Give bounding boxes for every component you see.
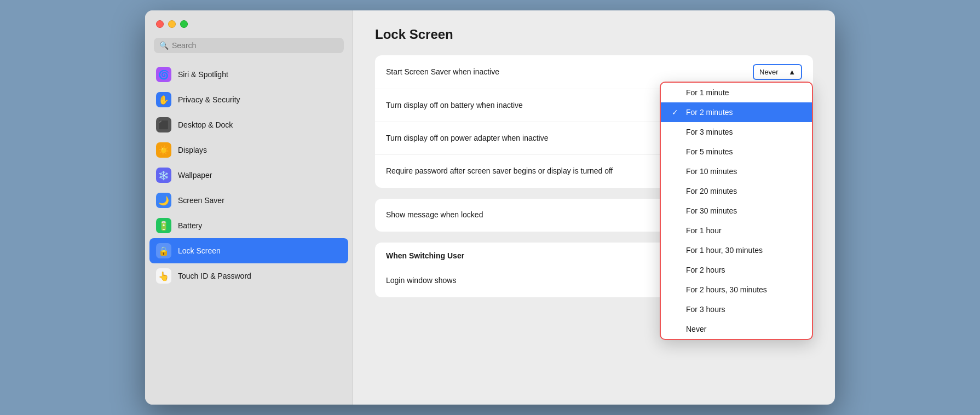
main-content: Lock Screen Start Screen Saver when inac… (353, 10, 835, 405)
sidebar-icon-privacy: ✋ (156, 92, 171, 107)
dropdown-option-never[interactable]: Never (661, 319, 812, 339)
dropdown-label-1min: For 1 minute (686, 88, 729, 97)
search-box[interactable]: 🔍 (154, 38, 344, 53)
dropdown-label-30min: For 30 minutes (686, 206, 737, 215)
sidebar-label-battery: Battery (178, 221, 202, 230)
dropdown-label-1hr30: For 1 hour, 30 minutes (686, 246, 763, 255)
sidebar-icon-displays: ☀️ (156, 142, 171, 158)
sidebar-icon-touchid: 👆 (156, 268, 171, 284)
sidebar-item-desktop[interactable]: ⬛Desktop & Dock (149, 112, 348, 137)
dropdown-label-1hr: For 1 hour (686, 226, 722, 235)
sidebar-icon-screensaver: 🌙 (156, 193, 171, 208)
sidebar-item-displays[interactable]: ☀️Displays (149, 137, 348, 163)
dropdown-menu: For 1 minute✓For 2 minutesFor 3 minutesF… (660, 82, 813, 340)
screen-saver-label: Start Screen Saver when inactive (386, 67, 753, 78)
dropdown-option-2hr[interactable]: For 2 hours (661, 260, 812, 280)
dropdown-label-20min: For 20 minutes (686, 187, 737, 195)
sidebar-icon-battery: 🔋 (156, 218, 171, 233)
sidebar-icon-wallpaper: ❄️ (156, 168, 171, 183)
sidebar-label-touchid: Touch ID & Password (178, 272, 251, 280)
login-window-label: Login window shows (386, 275, 664, 286)
sidebar-item-battery[interactable]: 🔋Battery (149, 213, 348, 238)
screen-saver-value: Never (759, 68, 779, 76)
sidebar-items: 🌀Siri & Spotlight✋Privacy & Security⬛Des… (145, 62, 353, 405)
screen-saver-control: Never ▲ (753, 64, 802, 80)
dropdown-label-2hr: For 2 hours (686, 266, 725, 274)
dropdown-option-30min[interactable]: For 30 minutes (661, 201, 812, 221)
dropdown-option-1min[interactable]: For 1 minute (661, 83, 812, 102)
dropdown-label-10min: For 10 minutes (686, 167, 737, 176)
sidebar-item-siri[interactable]: 🌀Siri & Spotlight (149, 62, 348, 87)
sidebar-label-desktop: Desktop & Dock (178, 120, 233, 129)
dropdown-option-1hr[interactable]: For 1 hour (661, 221, 812, 240)
dropdown-option-10min[interactable]: For 10 minutes (661, 162, 812, 181)
dropdown-label-3hr: For 3 hours (686, 305, 725, 314)
chevron-up-icon: ▲ (788, 68, 795, 76)
search-icon: 🔍 (159, 41, 169, 50)
sidebar-label-siri: Siri & Spotlight (178, 70, 228, 79)
dropdown-option-3min[interactable]: For 3 minutes (661, 122, 812, 142)
dropdown-label-never: Never (686, 325, 706, 333)
dropdown-option-20min[interactable]: For 20 minutes (661, 181, 812, 201)
search-input[interactable] (172, 41, 338, 50)
sidebar-item-wallpaper[interactable]: ❄️Wallpaper (149, 163, 348, 188)
sidebar-label-privacy: Privacy & Security (178, 95, 240, 104)
minimize-button[interactable] (168, 20, 176, 28)
sidebar-label-lockscreen: Lock Screen (178, 246, 221, 255)
dropdown-option-5min[interactable]: For 5 minutes (661, 142, 812, 162)
screen-saver-dropdown[interactable]: Never ▲ (753, 64, 802, 80)
maximize-button[interactable] (180, 20, 188, 28)
sidebar-label-wallpaper: Wallpaper (178, 171, 212, 180)
sidebar-item-screensaver[interactable]: 🌙Screen Saver (149, 188, 348, 213)
dropdown-option-2hr30[interactable]: For 2 hours, 30 minutes (661, 280, 812, 299)
sidebar-item-touchid[interactable]: 👆Touch ID & Password (149, 263, 348, 289)
dropdown-label-2min: For 2 minutes (686, 108, 733, 117)
sidebar-label-screensaver: Screen Saver (178, 196, 224, 205)
sidebar-icon-lockscreen: 🔒 (156, 243, 171, 258)
sidebar-label-displays: Displays (178, 146, 207, 154)
dropdown-label-2hr30: For 2 hours, 30 minutes (686, 285, 767, 294)
traffic-lights (145, 20, 353, 38)
dropdown-option-3hr[interactable]: For 3 hours (661, 299, 812, 319)
dropdown-option-2min[interactable]: ✓For 2 minutes (661, 102, 812, 122)
sidebar-item-privacy[interactable]: ✋Privacy & Security (149, 87, 348, 112)
main-window: 🔍 🌀Siri & Spotlight✋Privacy & Security⬛D… (145, 10, 835, 405)
sidebar-icon-desktop: ⬛ (156, 117, 171, 132)
sidebar-icon-siri: 🌀 (156, 67, 171, 82)
sidebar-item-lockscreen[interactable]: 🔒Lock Screen (149, 238, 348, 263)
page-title: Lock Screen (375, 27, 813, 42)
dropdown-label-3min: For 3 minutes (686, 128, 733, 136)
dropdown-option-1hr30[interactable]: For 1 hour, 30 minutes (661, 240, 812, 260)
close-button[interactable] (156, 20, 164, 28)
dropdown-label-5min: For 5 minutes (686, 147, 733, 156)
checkmark-2min: ✓ (672, 108, 681, 117)
sidebar: 🔍 🌀Siri & Spotlight✋Privacy & Security⬛D… (145, 10, 353, 405)
